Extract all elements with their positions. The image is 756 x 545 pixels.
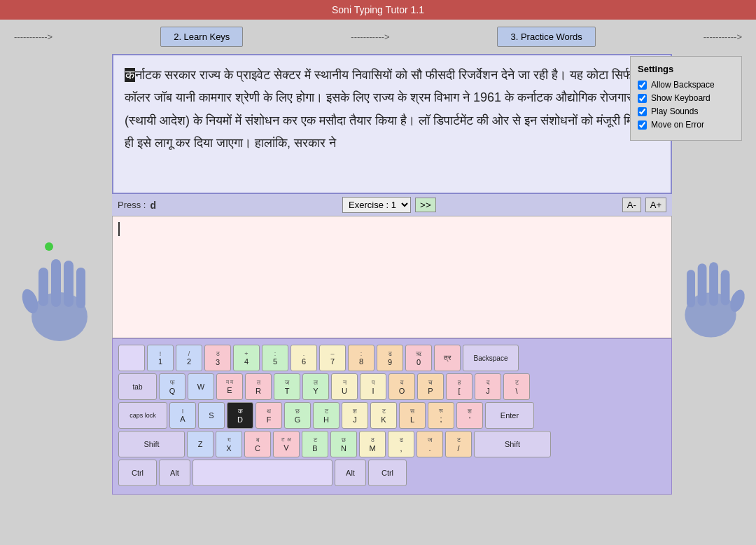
key-backtick[interactable] bbox=[118, 345, 145, 371]
text-display: कर्नाटक सरकार राज्य के प्राइवेट सेक्टर म… bbox=[112, 54, 672, 194]
key-4[interactable]: +4 bbox=[233, 345, 260, 371]
display-text: र्नाटक सरकार राज्य के प्राइवेट सेक्टर मे… bbox=[125, 68, 648, 150]
move-on-error-checkbox[interactable] bbox=[638, 120, 647, 130]
typing-area[interactable] bbox=[112, 216, 672, 338]
key-d[interactable]: कD bbox=[227, 402, 253, 429]
key-n[interactable]: छN bbox=[330, 431, 357, 457]
go-button[interactable]: >> bbox=[415, 198, 436, 212]
key-r[interactable]: तR bbox=[245, 373, 272, 400]
app-title: Soni Typing Tutor 1.1 bbox=[332, 4, 424, 15]
key-h[interactable]: टH bbox=[313, 402, 340, 429]
key-8[interactable]: :8 bbox=[348, 345, 374, 371]
key-w[interactable]: W bbox=[188, 373, 214, 400]
key-rbracket[interactable]: दJ bbox=[475, 373, 501, 400]
left-hand-area bbox=[7, 54, 112, 495]
key-comma[interactable]: ढ, bbox=[388, 431, 414, 457]
keyboard-row-asdf: caps lock IA S कD थF छG टH शJ टK सL रू; … bbox=[118, 402, 666, 429]
key-y[interactable]: लY bbox=[302, 373, 329, 400]
navigation: -----------> 2. Learn Keys -----------> … bbox=[0, 20, 756, 54]
key-o[interactable]: वO bbox=[388, 373, 415, 400]
allow-backspace-checkbox[interactable] bbox=[638, 81, 647, 90]
key-space[interactable] bbox=[192, 460, 332, 486]
key-alt-left[interactable]: Alt bbox=[159, 460, 190, 486]
show-keyboard-label: Show Keyboard bbox=[651, 93, 710, 103]
key-tab[interactable]: tab bbox=[118, 373, 157, 400]
key-shift-right[interactable]: Shift bbox=[474, 431, 551, 457]
key-v[interactable]: ट अV bbox=[273, 431, 300, 457]
key-9[interactable]: ढ9 bbox=[377, 345, 403, 371]
font-increase-button[interactable]: A+ bbox=[645, 198, 666, 212]
key-s[interactable]: S bbox=[198, 402, 225, 429]
svg-rect-4 bbox=[64, 261, 74, 307]
move-on-error-label: Move on Error bbox=[651, 120, 704, 130]
key-t[interactable]: जT bbox=[274, 373, 300, 400]
middle-arrow: -----------> bbox=[351, 32, 389, 42]
key-ctrl-right[interactable]: Ctrl bbox=[368, 460, 407, 486]
svg-rect-2 bbox=[38, 268, 48, 306]
key-z[interactable]: Z bbox=[187, 431, 214, 457]
key-2[interactable]: /2 bbox=[176, 345, 202, 371]
settings-panel: Settings Allow Backspace Show Keyboard P… bbox=[630, 56, 742, 141]
keyboard: !1 /2 ठ3 +4 :5 .6 –7 :8 ढ9 ऋ0 त्र Backsp… bbox=[112, 338, 672, 495]
key-g[interactable]: छG bbox=[284, 402, 311, 429]
key-j[interactable]: शJ bbox=[342, 402, 368, 429]
key-a[interactable]: IA bbox=[169, 402, 196, 429]
key-x[interactable]: गX bbox=[216, 431, 242, 457]
cursor bbox=[118, 222, 666, 236]
svg-point-0 bbox=[45, 242, 53, 251]
svg-rect-9 bbox=[709, 262, 718, 305]
key-enter[interactable]: Enter bbox=[485, 402, 534, 429]
key-k[interactable]: टK bbox=[370, 402, 397, 429]
key-quote[interactable]: श' bbox=[456, 402, 483, 429]
allow-backspace-label: Allow Backspace bbox=[651, 80, 715, 90]
allow-backspace-setting: Allow Backspace bbox=[638, 80, 734, 90]
key-backspace[interactable]: Backspace bbox=[463, 345, 519, 371]
key-shift-left[interactable]: Shift bbox=[118, 431, 185, 457]
key-0[interactable]: ऋ0 bbox=[405, 345, 432, 371]
key-f[interactable]: थF bbox=[255, 402, 282, 429]
key-slash[interactable]: ट/ bbox=[445, 431, 472, 457]
press-char: d bbox=[150, 200, 156, 211]
keyboard-row-qwerty: tab फQ W म मE तR जT लY नU पI वO चP ह[ दJ… bbox=[118, 373, 666, 400]
highlighted-char: क bbox=[125, 68, 135, 82]
play-sounds-setting: Play Sounds bbox=[638, 106, 734, 116]
key-q[interactable]: फQ bbox=[159, 373, 186, 400]
settings-title: Settings bbox=[638, 64, 734, 74]
key-7[interactable]: –7 bbox=[319, 345, 346, 371]
practice-words-button[interactable]: 3. Practice Words bbox=[497, 27, 595, 47]
exercise-select[interactable]: Exercise : 1 Exercise : 2 Exercise : 3 bbox=[342, 197, 411, 213]
play-sounds-checkbox[interactable] bbox=[638, 107, 647, 116]
key-semicolon[interactable]: रू; bbox=[428, 402, 454, 429]
key-i[interactable]: पI bbox=[360, 373, 386, 400]
key-5[interactable]: :5 bbox=[262, 345, 288, 371]
key-6[interactable]: .6 bbox=[290, 345, 317, 371]
key-period[interactable]: ज. bbox=[416, 431, 443, 457]
key-1[interactable]: !1 bbox=[147, 345, 174, 371]
learn-keys-button[interactable]: 2. Learn Keys bbox=[160, 27, 243, 47]
svg-rect-10 bbox=[698, 263, 707, 306]
key-e[interactable]: म मE bbox=[216, 373, 243, 400]
key-c[interactable]: बC bbox=[244, 431, 271, 457]
show-keyboard-checkbox[interactable] bbox=[638, 94, 647, 103]
key-ctrl-left[interactable]: Ctrl bbox=[118, 460, 157, 486]
move-on-error-setting: Move on Error bbox=[638, 120, 734, 130]
key-b[interactable]: टB bbox=[302, 431, 328, 457]
right-hand-icon bbox=[672, 240, 749, 352]
key-l[interactable]: सL bbox=[399, 402, 426, 429]
key-alt-right[interactable]: Alt bbox=[335, 460, 366, 486]
press-label: Press : bbox=[118, 200, 146, 210]
key-minus[interactable]: त्र bbox=[434, 345, 461, 371]
key-m[interactable]: ठM bbox=[359, 431, 386, 457]
center-area: कर्नाटक सरकार राज्य के प्राइवेट सेक्टर म… bbox=[112, 54, 672, 495]
key-lbracket[interactable]: ह[ bbox=[446, 373, 472, 400]
key-3[interactable]: ठ3 bbox=[204, 345, 231, 371]
svg-rect-8 bbox=[721, 270, 730, 305]
key-u[interactable]: नU bbox=[331, 373, 358, 400]
left-hand-icon bbox=[18, 240, 102, 352]
font-decrease-button[interactable]: A- bbox=[622, 198, 641, 212]
show-keyboard-setting: Show Keyboard bbox=[638, 93, 734, 103]
key-backslash[interactable]: ट\ bbox=[503, 373, 530, 400]
key-capslock[interactable]: caps lock bbox=[118, 402, 167, 429]
keyboard-row-numbers: !1 /2 ठ3 +4 :5 .6 –7 :8 ढ9 ऋ0 त्र Backsp… bbox=[118, 345, 666, 371]
key-p[interactable]: चP bbox=[417, 373, 444, 400]
